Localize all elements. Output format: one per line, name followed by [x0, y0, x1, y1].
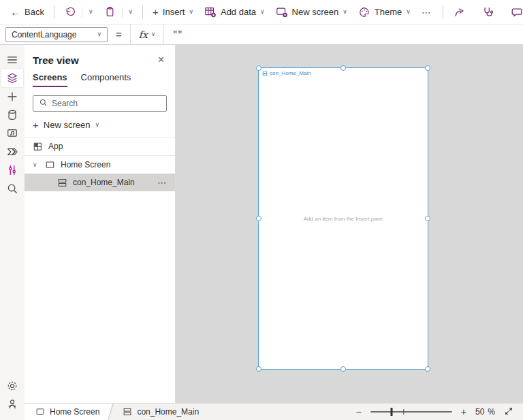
tree-row-con-home-main[interactable]: con_Home_Main ⋯ — [25, 174, 175, 191]
resize-handle[interactable] — [340, 366, 346, 372]
hamburger-menu-icon[interactable] — [1, 50, 23, 69]
undo-icon — [64, 6, 76, 18]
clipboard-dropdown[interactable]: ∨ — [124, 6, 138, 18]
property-dropdown[interactable]: ContentLanguage ∨ — [5, 27, 108, 42]
container-icon — [123, 407, 132, 417]
plus-icon: + — [33, 120, 39, 130]
search-icon — [39, 97, 48, 110]
search-icon[interactable] — [1, 179, 23, 197]
media-icon[interactable] — [1, 124, 23, 142]
breadcrumb-con-home-main[interactable]: con_Home_Main — [116, 404, 206, 420]
tab-screens[interactable]: Screens — [33, 72, 67, 87]
share-button[interactable] — [448, 3, 471, 21]
back-button[interactable]: ← Back — [5, 4, 49, 20]
power-apps-studio: ← Back ∨ ∨ + Insert ∨ Add dat — [0, 0, 523, 420]
app-icon — [33, 142, 43, 152]
comment-icon — [511, 6, 523, 18]
resize-handle[interactable] — [425, 366, 430, 372]
insert-button[interactable]: + Insert ∨ — [148, 4, 198, 20]
add-data-icon — [204, 6, 217, 18]
zoom-in-button[interactable]: + — [461, 407, 466, 417]
resize-handle[interactable] — [425, 65, 430, 71]
tree-row-app[interactable]: App — [25, 138, 175, 155]
app-screen-container[interactable]: con_Home_Main Add an item from the Inser… — [258, 67, 428, 370]
tree-row-home-screen[interactable]: ∨ Home Screen — [25, 156, 175, 174]
formula-input[interactable]: "" — [172, 30, 182, 39]
clipboard-button[interactable] — [99, 3, 121, 20]
tree-row-label: Home Screen — [61, 160, 110, 169]
undo-dropdown[interactable]: ∨ — [84, 6, 98, 18]
new-screen-icon — [276, 6, 288, 18]
tree-view-icon[interactable] — [1, 69, 23, 87]
zoom-slider-handle[interactable] — [390, 408, 392, 416]
container-icon — [57, 178, 67, 188]
settings-gear-icon[interactable] — [1, 376, 23, 395]
zoom-value: 50 — [475, 407, 484, 417]
theme-label: Theme — [375, 7, 402, 17]
undo-button[interactable] — [59, 3, 80, 20]
data-sources-icon[interactable] — [1, 106, 23, 124]
empty-container-hint: Add an item from the Insert pane — [259, 216, 428, 222]
new-screen-label: New screen — [292, 7, 339, 17]
selection-label: con_Home_Main — [262, 70, 311, 76]
status-bar: Home Screen con_Home_Main − + — [25, 403, 523, 420]
screen-icon — [35, 407, 45, 417]
resize-handle[interactable] — [256, 366, 262, 372]
new-screen-command[interactable]: + New screen ∨ — [25, 117, 175, 137]
insert-label: Insert — [163, 7, 185, 17]
resize-handle[interactable] — [425, 216, 430, 221]
person-icon[interactable] — [1, 395, 23, 413]
selection-label-text: con_Home_Main — [270, 70, 311, 76]
resize-handle[interactable] — [340, 65, 346, 71]
chevron-down-icon: ∨ — [95, 122, 99, 128]
theme-button[interactable]: Theme ∨ — [353, 3, 415, 21]
resize-handle[interactable] — [256, 65, 262, 71]
more-commands-button[interactable]: ⋯ — [417, 4, 437, 20]
insert-plus-icon[interactable] — [1, 87, 23, 106]
search-box[interactable] — [33, 95, 167, 112]
chevron-down-icon: ∨ — [189, 9, 193, 15]
chevron-down-icon: ∨ — [343, 9, 347, 15]
panel-title: Tree view — [33, 54, 79, 66]
tree-row-label: con_Home_Main — [73, 178, 135, 187]
breadcrumb-label: con_Home_Main — [137, 407, 199, 417]
new-screen-command-label: New screen — [44, 120, 91, 130]
back-arrow-icon: ← — [10, 7, 20, 17]
add-data-button[interactable]: Add data ∨ — [200, 3, 270, 21]
zoom-slider[interactable] — [370, 411, 452, 413]
comments-button[interactable] — [505, 3, 523, 21]
plus-icon: + — [153, 7, 159, 17]
chevron-down-icon: ∨ — [406, 9, 411, 15]
left-rail — [0, 45, 25, 420]
tree-tabs: Screens Components — [25, 72, 175, 87]
chevron-down-icon[interactable]: ∨ — [33, 161, 39, 168]
resize-handle[interactable] — [256, 216, 262, 221]
back-label: Back — [25, 7, 44, 17]
zoom-out-button[interactable]: − — [356, 407, 362, 417]
separator — [54, 5, 54, 19]
chevron-down-icon: ∨ — [260, 9, 265, 15]
separator — [443, 5, 443, 19]
variables-icon[interactable] — [1, 161, 23, 179]
fit-to-screen-icon[interactable] — [504, 406, 513, 418]
stethoscope-icon — [482, 6, 494, 18]
close-icon[interactable]: × — [155, 53, 167, 67]
design-canvas[interactable]: con_Home_Main Add an item from the Inser… — [176, 45, 523, 403]
zoom-controls: − + 50 % — [356, 406, 523, 418]
theme-palette-icon — [358, 6, 370, 18]
search-input[interactable] — [52, 99, 161, 108]
fx-dropdown[interactable]: fx ∨ — [130, 25, 165, 44]
tab-components[interactable]: Components — [81, 72, 131, 87]
row-more-icon[interactable]: ⋯ — [157, 178, 167, 188]
top-toolbar: ← Back ∨ ∨ + Insert ∨ Add dat — [0, 0, 523, 25]
separator — [122, 7, 123, 18]
new-screen-button[interactable]: New screen ∨ — [271, 3, 352, 21]
tree-view-panel: Tree view × Screens Components + — [25, 45, 176, 403]
breadcrumb-home-screen[interactable]: Home Screen — [25, 404, 106, 420]
power-automate-icon[interactable] — [1, 142, 23, 161]
equals-sign: = — [116, 29, 122, 40]
formula-bar: ContentLanguage ∨ = fx ∨ "" — [0, 25, 523, 45]
breadcrumb-label: Home Screen — [50, 407, 99, 417]
app-checker-button[interactable] — [477, 3, 500, 21]
percent-sign: % — [488, 407, 495, 417]
